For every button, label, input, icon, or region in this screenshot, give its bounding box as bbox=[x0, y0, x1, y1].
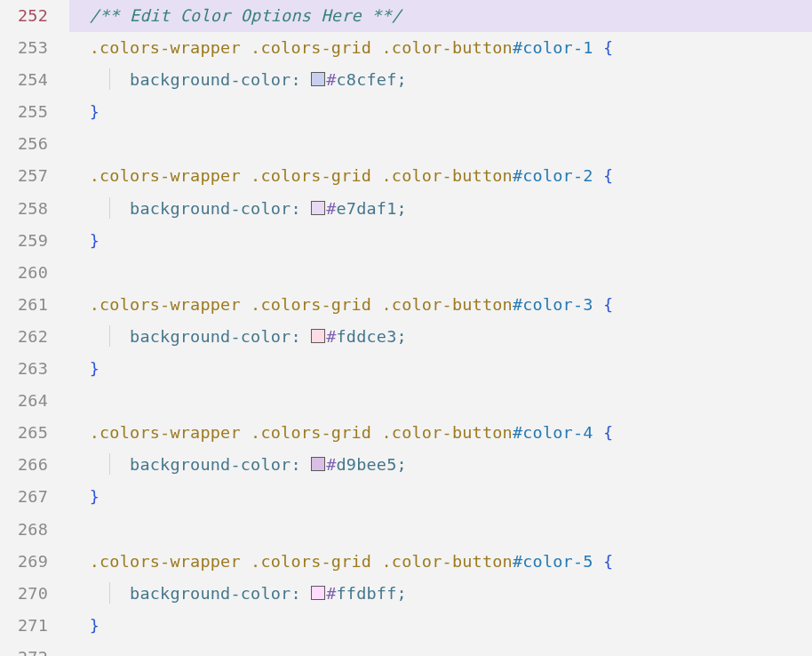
brace-open: { bbox=[603, 552, 613, 571]
indent-guide bbox=[109, 453, 110, 475]
code-line[interactable]: } bbox=[69, 481, 812, 513]
code-line[interactable] bbox=[69, 257, 812, 289]
brace-close: } bbox=[90, 616, 100, 635]
line-number: 258 bbox=[0, 193, 48, 225]
hash-symbol: # bbox=[326, 70, 336, 89]
css-property: background-color bbox=[130, 455, 291, 474]
brace-close: } bbox=[90, 359, 100, 378]
css-class-selector: .colors-wrapper bbox=[90, 423, 241, 442]
code-line[interactable]: .colors-wrapper .colors-grid .color-butt… bbox=[69, 417, 812, 449]
css-class-selector: .colors-grid bbox=[251, 295, 371, 314]
css-class-selector: .colors-grid bbox=[251, 38, 371, 57]
line-number: 272 bbox=[0, 642, 48, 656]
css-class-selector: .colors-wrapper bbox=[90, 552, 241, 571]
css-class-selector: .color-button bbox=[382, 38, 513, 57]
line-number: 262 bbox=[0, 321, 48, 353]
css-class-selector: .colors-wrapper bbox=[90, 38, 241, 57]
css-id-selector: #color-3 bbox=[513, 295, 593, 314]
line-number: 269 bbox=[0, 546, 48, 578]
css-class-selector: .colors-grid bbox=[251, 552, 371, 571]
css-property: background-color bbox=[130, 70, 291, 89]
line-number: 253 bbox=[0, 32, 48, 64]
line-number-gutter: 2522532542552562572582592602612622632642… bbox=[0, 0, 69, 656]
code-line[interactable]: background-color: #d9bee5; bbox=[69, 449, 812, 481]
line-number: 267 bbox=[0, 481, 48, 513]
brace-open: { bbox=[603, 38, 613, 57]
line-number: 254 bbox=[0, 64, 48, 96]
code-area[interactable]: /** Edit Color Options Here **/ .colors-… bbox=[69, 0, 812, 656]
code-line[interactable]: /** Edit Color Options Here **/ bbox=[69, 0, 812, 32]
code-line[interactable]: background-color: #c8cfef; bbox=[69, 64, 812, 96]
code-line[interactable]: } bbox=[69, 610, 812, 642]
code-line[interactable]: background-color: #e7daf1; bbox=[69, 193, 812, 225]
code-line[interactable]: .colors-wrapper .colors-grid .color-butt… bbox=[69, 160, 812, 192]
css-class-selector: .colors-grid bbox=[251, 166, 371, 185]
css-hex-value: fddce3 bbox=[337, 327, 397, 346]
css-class-selector: .color-button bbox=[382, 552, 513, 571]
code-line[interactable] bbox=[69, 385, 812, 417]
hash-symbol: # bbox=[326, 455, 336, 474]
hash-symbol: # bbox=[326, 199, 336, 218]
code-line[interactable]: .colors-wrapper .colors-grid .color-butt… bbox=[69, 546, 812, 578]
brace-open: { bbox=[603, 423, 613, 442]
css-id-selector: #color-1 bbox=[513, 38, 593, 57]
color-swatch-icon[interactable] bbox=[311, 457, 325, 471]
code-line[interactable]: background-color: #ffdbff; bbox=[69, 578, 812, 610]
code-line[interactable]: } bbox=[69, 353, 812, 385]
css-class-selector: .color-button bbox=[382, 295, 513, 314]
color-swatch-icon[interactable] bbox=[311, 72, 325, 86]
code-editor[interactable]: 2522532542552562572582592602612622632642… bbox=[0, 0, 812, 656]
line-number: 256 bbox=[0, 128, 48, 160]
css-hex-value: c8cfef bbox=[337, 70, 397, 89]
css-hex-value: ffdbff bbox=[337, 584, 397, 603]
brace-open: { bbox=[603, 166, 613, 185]
indent-guide bbox=[109, 582, 110, 604]
line-number: 252 bbox=[0, 0, 48, 32]
color-swatch-icon[interactable] bbox=[311, 329, 325, 343]
css-property: background-color bbox=[130, 327, 291, 346]
indent-guide bbox=[109, 68, 110, 90]
line-number: 266 bbox=[0, 449, 48, 481]
line-number: 259 bbox=[0, 225, 48, 257]
hash-symbol: # bbox=[326, 327, 336, 346]
css-class-selector: .color-button bbox=[382, 423, 513, 442]
code-line[interactable]: .colors-wrapper .colors-grid .color-butt… bbox=[69, 32, 812, 64]
color-swatch-icon[interactable] bbox=[311, 586, 325, 600]
code-line[interactable]: .colors-wrapper .colors-grid .color-butt… bbox=[69, 289, 812, 321]
code-line[interactable] bbox=[69, 514, 812, 546]
css-property: background-color bbox=[130, 584, 291, 603]
line-number: 255 bbox=[0, 96, 48, 128]
indent-guide bbox=[109, 197, 110, 219]
css-id-selector: #color-4 bbox=[513, 423, 593, 442]
css-id-selector: #color-5 bbox=[513, 552, 593, 571]
indent-guide bbox=[109, 325, 110, 347]
line-number: 268 bbox=[0, 514, 48, 546]
css-property: background-color bbox=[130, 199, 291, 218]
color-swatch-icon[interactable] bbox=[311, 201, 325, 215]
code-line[interactable] bbox=[69, 128, 812, 160]
css-id-selector: #color-2 bbox=[513, 166, 593, 185]
line-number: 265 bbox=[0, 417, 48, 449]
line-number: 270 bbox=[0, 578, 48, 610]
line-number: 260 bbox=[0, 257, 48, 289]
brace-close: } bbox=[90, 102, 100, 121]
brace-open: { bbox=[603, 295, 613, 314]
brace-close: } bbox=[90, 487, 100, 506]
css-class-selector: .colors-grid bbox=[251, 423, 371, 442]
css-hex-value: d9bee5 bbox=[337, 455, 397, 474]
css-class-selector: .colors-wrapper bbox=[90, 166, 241, 185]
line-number: 271 bbox=[0, 610, 48, 642]
line-number: 257 bbox=[0, 160, 48, 192]
css-hex-value: e7daf1 bbox=[337, 199, 397, 218]
code-line[interactable]: } bbox=[69, 96, 812, 128]
code-line[interactable] bbox=[69, 642, 812, 656]
css-class-selector: .color-button bbox=[382, 166, 513, 185]
line-number: 263 bbox=[0, 353, 48, 385]
line-number: 264 bbox=[0, 385, 48, 417]
brace-close: } bbox=[90, 231, 100, 250]
code-line[interactable]: background-color: #fddce3; bbox=[69, 321, 812, 353]
line-number: 261 bbox=[0, 289, 48, 321]
hash-symbol: # bbox=[326, 584, 336, 603]
css-class-selector: .colors-wrapper bbox=[90, 295, 241, 314]
code-line[interactable]: } bbox=[69, 225, 812, 257]
